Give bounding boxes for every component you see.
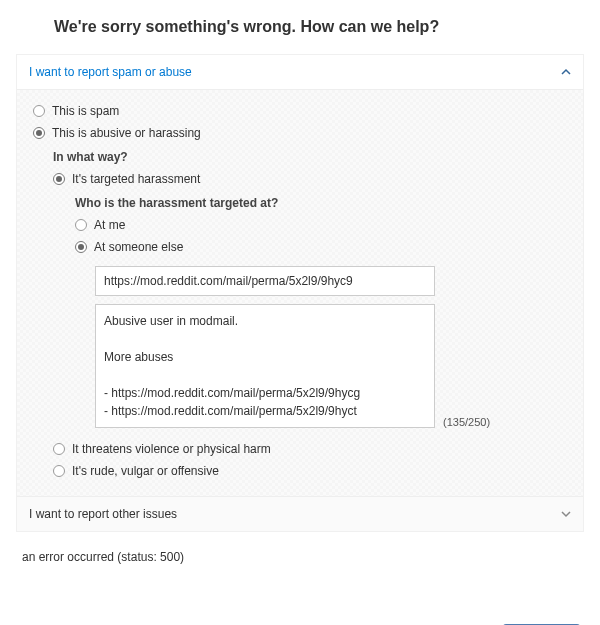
accordion-header-other-issues[interactable]: I want to report other issues xyxy=(17,496,583,531)
option-at-me[interactable]: At me xyxy=(75,214,569,236)
spam-abuse-panel: This is spam This is abusive or harassin… xyxy=(17,89,583,496)
radio-selected-icon xyxy=(53,173,65,185)
url-input[interactable] xyxy=(95,266,435,296)
option-label: At someone else xyxy=(94,240,183,254)
option-label: At me xyxy=(94,218,125,232)
option-abusive-harassing[interactable]: This is abusive or harassing xyxy=(33,122,569,144)
option-label: It threatens violence or physical harm xyxy=(72,442,271,456)
subquestion-targeted-at: Who is the harassment targeted at? xyxy=(75,190,569,214)
accordion-header-spam-abuse[interactable]: I want to report spam or abuse xyxy=(17,55,583,89)
radio-icon xyxy=(33,105,45,117)
subquestion-in-what-way: In what way? xyxy=(53,144,569,168)
char-counter: (135/250) xyxy=(443,416,490,428)
comment-textarea[interactable]: Abusive user in modmail. More abuses - h… xyxy=(95,304,435,428)
option-at-someone-else[interactable]: At someone else xyxy=(75,236,569,258)
option-threatens-violence[interactable]: It threatens violence or physical harm xyxy=(53,438,569,460)
error-message: an error occurred (status: 500) xyxy=(22,550,584,564)
option-this-is-spam[interactable]: This is spam xyxy=(33,100,569,122)
radio-icon xyxy=(75,219,87,231)
option-label: It's rude, vulgar or offensive xyxy=(72,464,219,478)
accordion-label: I want to report other issues xyxy=(29,507,177,521)
accordion-label: I want to report spam or abuse xyxy=(29,65,192,79)
option-label: This is spam xyxy=(52,104,119,118)
chevron-up-icon xyxy=(561,66,571,78)
radio-icon xyxy=(53,443,65,455)
radio-selected-icon xyxy=(75,241,87,253)
option-label: It's targeted harassment xyxy=(72,172,200,186)
option-label: This is abusive or harassing xyxy=(52,126,201,140)
option-targeted-harassment[interactable]: It's targeted harassment xyxy=(53,168,569,190)
option-rude-vulgar[interactable]: It's rude, vulgar or offensive xyxy=(53,460,569,482)
page-title: We're sorry something's wrong. How can w… xyxy=(54,18,584,36)
radio-icon xyxy=(53,465,65,477)
chevron-down-icon xyxy=(561,508,571,520)
report-accordion: I want to report spam or abuse This is s… xyxy=(16,54,584,532)
radio-selected-icon xyxy=(33,127,45,139)
